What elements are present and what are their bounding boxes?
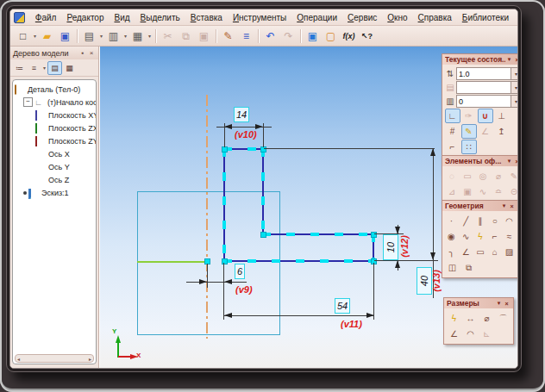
fx-variables-button[interactable]: f(x) [340,28,358,45]
sketch-segment-notch[interactable] [262,148,264,234]
chamfer-button[interactable]: ∠ [459,245,473,259]
properties-button[interactable]: ≡ [237,28,255,45]
arc-dimension-button[interactable]: ◠ [463,327,479,341]
center-mark-button[interactable]: ⊝ [507,184,518,199]
sketch-mode-button[interactable]: ∟ [445,109,460,123]
tree-item-sketch[interactable]: Эскиз:1 [15,186,96,199]
close-icon[interactable]: × [513,57,517,63]
polygon-button[interactable]: ⌂ [488,245,502,259]
x-axis-line[interactable] [137,261,207,263]
snap-button[interactable]: ∪ [478,109,493,123]
sketch-segment-bottom[interactable] [223,260,374,262]
tree-item-axis-z[interactable]: Ось Z [15,173,96,186]
spline-edit-button[interactable]: ϟ [473,229,487,244]
circle-button[interactable]: ○ [488,214,502,228]
centerline-button[interactable]: ∿ [476,184,491,199]
menu-libraries[interactable]: Библиотеки [457,12,514,23]
rectangle-button[interactable]: ▭ [473,245,487,259]
collapse-icon[interactable]: − [23,97,33,107]
paste-button[interactable]: ▣ [195,28,213,45]
layer-combo[interactable]: 0 [456,95,511,108]
dimension-value-54[interactable]: 54 [335,298,350,314]
undo-button[interactable]: ↶ [261,28,279,45]
dimension-value-10[interactable]: 10 [383,234,398,260]
equidistant-button[interactable]: ⧉ [461,260,477,275]
parallel-line-button[interactable]: ∥ [473,214,487,228]
dimension-variable-v11[interactable]: (v11) [341,319,362,329]
new-document-button[interactable]: □ [14,28,32,45]
sketch-segment-left[interactable] [223,148,225,262]
open-button[interactable]: ▰ [38,28,56,45]
curve-button[interactable]: ≈ [503,229,517,244]
save-button[interactable]: ▣ [56,28,74,45]
diameter-dimension-button[interactable]: ⌀ [479,311,495,326]
arc-button[interactable]: ◠ [503,214,517,228]
print-button[interactable]: ▤ [80,28,98,45]
tree-document-button[interactable]: ▤ [47,61,62,75]
menu-window[interactable]: Окно [382,12,412,23]
layers-combo[interactable] [456,81,511,94]
menu-select[interactable]: Выделить [135,12,185,23]
tree-horizontal-scrollbar[interactable]: ◂▸ [15,354,94,363]
menu-file[interactable]: Файл [30,12,62,23]
dimension-value-40[interactable]: 40 [417,267,432,295]
dimension-value-6[interactable]: 6 [235,264,245,279]
tree-item-plane-xy[interactable]: Плоскость XY [15,109,96,121]
local-cs-button[interactable]: ↥ [494,124,510,139]
menu-operations[interactable]: Операции [291,12,342,23]
window-layout-button[interactable]: ▦ [128,28,147,45]
roughness-button[interactable]: ◌ [445,169,460,184]
tree-item-axis-y[interactable]: Ось Y [15,160,96,173]
tree-item-origin[interactable]: − ∟ (т)Начало координат [15,96,96,109]
new-dropdown-caret[interactable]: ▾ [32,33,38,39]
tree-item-plane-zy[interactable]: Плоскость ZY [15,134,96,147]
chevron-down-icon[interactable]: ▾ [495,300,503,307]
fillet-button[interactable]: ╮ [445,245,459,259]
chevron-down-icon[interactable]: ▾ [500,202,508,209]
segment-button[interactable]: ╱ [459,214,473,228]
angular-dimension-button[interactable]: ∠ [447,327,462,341]
hatch-button[interactable]: ▨ [503,245,517,259]
copy-properties-button[interactable]: ✑ [461,109,477,123]
dimension-value-14[interactable]: 14 [234,107,249,122]
preview-button[interactable]: ▥ [104,28,122,45]
layers-combo-caret[interactable]: ▾ [511,81,517,94]
dimension-variable-v10[interactable]: (v10) [235,129,257,140]
auto-axis-button[interactable]: ≏ [492,184,506,199]
sketch-vertex[interactable] [222,146,228,152]
scale-combo[interactable]: 1.0 [456,67,511,80]
section-line-button[interactable]: ✎ [507,169,518,184]
dimension-variable-v13[interactable]: (v13) [431,270,442,292]
radial-dimension-button[interactable]: ⌒ [496,311,511,326]
chevron-down-icon[interactable]: ▾ [505,158,513,165]
format-painter-button[interactable]: ✎ [219,28,237,45]
tree-list-button[interactable]: ≡ [27,61,41,75]
polyline-button[interactable]: ⌐ [488,229,502,244]
sketch-vertex[interactable] [260,232,266,238]
point-button[interactable]: · [445,214,459,228]
circle-by-points-button[interactable]: ◉ [445,229,459,244]
sketch-segment-middle[interactable] [262,233,374,235]
view-arrow-button[interactable]: ⊿ [445,184,460,199]
tree-components-button[interactable]: ▦ [62,61,77,75]
chevron-down-icon[interactable]: ▾ [505,56,513,63]
leader-button[interactable]: ▭ [460,169,475,184]
menu-editor[interactable]: Редактор [61,12,109,23]
context-help-button[interactable]: ↖? [358,28,376,45]
grid-button[interactable]: # [445,124,460,139]
continuous-input-button[interactable]: ◫ [445,260,460,275]
preview-dropdown-caret[interactable]: ▾ [122,33,128,39]
dimension-variable-v9[interactable]: (v9) [235,284,253,295]
auto-dimension-button[interactable]: ϟ [447,311,462,326]
cut-button[interactable]: ✂ [159,28,177,45]
measure-button[interactable]: ∠ [478,124,493,139]
close-icon[interactable]: × [508,203,516,209]
detail-view-button[interactable]: ▣ [460,184,475,199]
close-icon[interactable]: × [503,301,511,307]
print-dropdown-caret[interactable]: ▾ [98,33,104,39]
tree-item-axis-x[interactable]: Ось X [15,147,96,160]
menu-tools[interactable]: Инструменты [228,12,291,23]
copy-button[interactable]: ⧉ [177,28,195,45]
menu-insert[interactable]: Вставка [185,12,228,23]
sketch-segment-top[interactable] [223,148,263,150]
